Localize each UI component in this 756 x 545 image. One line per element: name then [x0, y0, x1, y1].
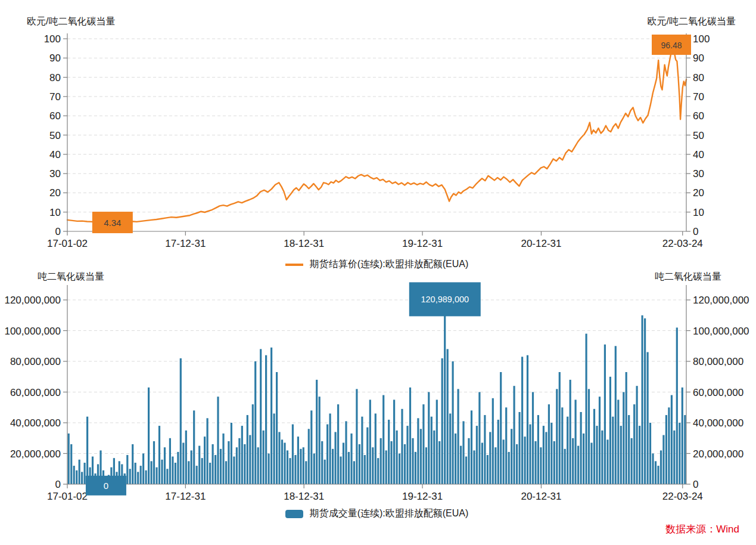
volume-bar	[647, 352, 649, 485]
volume-bar	[567, 417, 568, 484]
volume-bar	[550, 423, 552, 484]
volume-bar	[86, 417, 88, 484]
volume-legend-label: 期货成交量(连续):欧盟排放配额(EUA)	[310, 507, 469, 520]
y-tick-label: 120,000,000	[693, 295, 749, 306]
volume-bar	[380, 438, 382, 484]
volume-bar	[420, 429, 422, 484]
volume-bar	[468, 438, 469, 484]
y-tick-label: 50	[49, 130, 61, 141]
volume-bar	[487, 455, 489, 484]
volume-bar	[521, 357, 523, 484]
y-tick-label: 0	[55, 479, 61, 490]
volume-bar	[84, 463, 86, 484]
volume-bar	[425, 447, 427, 484]
y-tick-label: 0	[693, 226, 698, 237]
volume-bar	[438, 441, 440, 484]
y-tick-label: 0	[693, 479, 698, 490]
y-tick-label: 90	[693, 52, 704, 64]
volume-bar	[289, 458, 291, 484]
volume-bar	[388, 420, 390, 484]
volume-bars	[68, 298, 686, 484]
volume-bar	[662, 435, 664, 484]
volume-bar	[572, 438, 574, 484]
volume-bar	[148, 388, 150, 484]
volume-bar	[263, 431, 265, 484]
y-tick-label: 80	[49, 72, 61, 83]
volume-bar	[401, 409, 403, 484]
x-tick-label: 19-12-31	[402, 238, 443, 249]
volume-bar	[497, 420, 499, 484]
volume-bar	[158, 426, 160, 484]
volume-bar	[511, 429, 512, 484]
volume-bar	[428, 392, 430, 485]
volume-bar	[657, 466, 659, 484]
volume-bar	[220, 449, 222, 484]
y-tick-label: 30	[49, 168, 61, 179]
volume-bar	[249, 435, 251, 484]
volume-bar	[682, 388, 683, 484]
volume-bar	[633, 404, 635, 484]
volume-bar	[524, 436, 526, 484]
y-tick-label: 100	[44, 33, 61, 45]
volume-bar	[364, 455, 366, 484]
volume-bar	[284, 443, 285, 485]
volume-bar	[644, 318, 646, 484]
volume-bar	[615, 346, 617, 484]
volume-bar	[642, 315, 643, 484]
y-tick-label: 100,000,000	[4, 326, 61, 337]
volume-bar	[540, 447, 542, 484]
volume-bar	[145, 470, 147, 484]
y-tick-label: 40	[49, 149, 61, 160]
volume-bar	[332, 449, 334, 484]
volume-bar	[182, 443, 184, 485]
volume-bar	[543, 426, 545, 484]
volume-bar	[444, 298, 446, 484]
volume-bar	[369, 400, 371, 484]
volume-bar	[393, 400, 395, 484]
volume-bar	[623, 392, 624, 485]
volume-bar	[606, 439, 608, 484]
volume-bar	[505, 407, 507, 484]
volume-bar	[135, 463, 136, 484]
volume-bar	[319, 397, 321, 484]
price-axis-title-left: 欧元/吨二氧化碳当量	[27, 16, 115, 27]
volume-bar	[70, 444, 72, 484]
volume-bar	[478, 392, 480, 485]
volume-bar	[222, 433, 224, 484]
volume-bar	[503, 439, 505, 484]
volume-bar	[151, 461, 153, 484]
volume-bar	[340, 457, 341, 484]
volume-bar	[366, 428, 368, 484]
volume-bar	[617, 400, 619, 484]
y-tick-label: 20	[49, 187, 61, 199]
volume-bar	[671, 395, 673, 484]
volume-bar	[337, 404, 339, 484]
volume-bar	[529, 425, 531, 484]
volume-bar	[396, 431, 398, 484]
volume-bar	[287, 450, 288, 484]
volume-bar	[244, 444, 245, 484]
volume-bar	[196, 466, 198, 484]
volume-bar	[673, 431, 675, 484]
volume-bar	[257, 447, 259, 484]
volume-bar	[294, 455, 296, 484]
volume-bar	[209, 463, 211, 484]
y-tick-label: 90	[49, 52, 61, 64]
volume-bar	[626, 372, 627, 484]
volume-bar	[577, 446, 579, 484]
volume-bar	[604, 345, 606, 484]
volume-bar	[185, 431, 187, 484]
volume-bar	[252, 404, 254, 484]
volume-bar	[599, 397, 601, 484]
price-axis-title-right: 欧元/吨二氧化碳当量	[648, 16, 736, 27]
data-source-note: 数据来源：Wind	[665, 522, 739, 536]
volume-bar	[519, 412, 521, 484]
volume-bar	[142, 454, 144, 485]
volume-bar	[545, 432, 547, 485]
volume-bar	[155, 467, 157, 484]
volume-bar	[281, 439, 283, 484]
volume-bar	[655, 461, 657, 484]
x-tick-label: 22-03-24	[662, 238, 703, 249]
volume-bar	[508, 452, 510, 484]
y-tick-label: 80,000,000	[693, 356, 743, 367]
